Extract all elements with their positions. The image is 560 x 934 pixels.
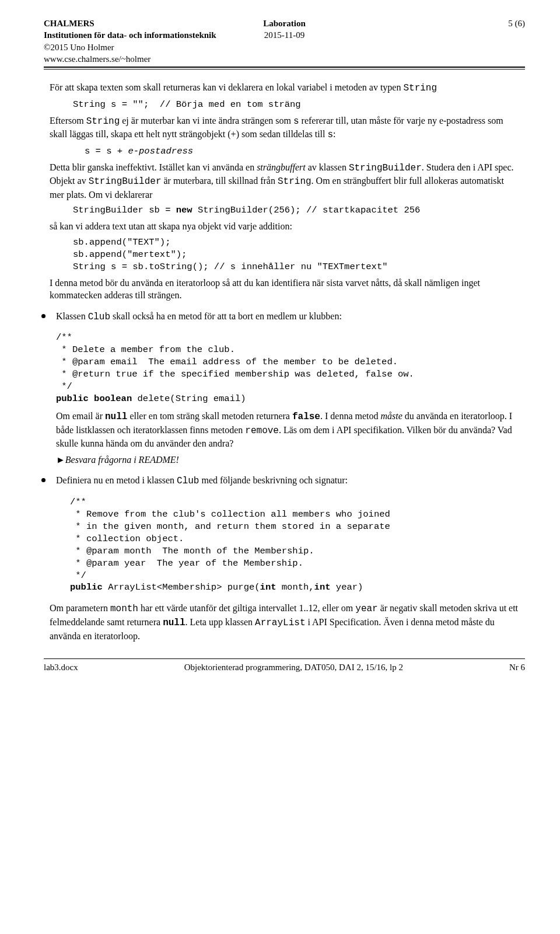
code-inline: StringBuilder — [89, 176, 162, 187]
text: skall också ha en metod för att ta bort … — [110, 311, 342, 321]
code-line: String s = sb.toString(); // s innehålle… — [73, 262, 388, 272]
paragraph: Definiera nu en metod i klassen Club med… — [56, 474, 519, 488]
code-inline: ArrayList — [255, 618, 305, 628]
italic-text: strängbuffert — [257, 162, 306, 172]
code-line: * in the given month, and return them st… — [70, 521, 390, 532]
code-inline: remove — [245, 426, 279, 436]
code-inline: String — [86, 116, 120, 127]
paragraph: För att skapa texten som skall returnera… — [50, 81, 519, 95]
text: har ett värde utanför det giltiga interv… — [138, 603, 355, 613]
text: För att skapa texten som skall returnera… — [50, 82, 403, 92]
header-page: 5 (6) — [508, 18, 525, 29]
text: Eftersom — [50, 116, 86, 126]
code-line: * @param month The month of the Membersh… — [70, 546, 314, 556]
code-line: * Delete a member from the club. — [56, 344, 235, 355]
paragraph: så kan vi addera text utan att skapa nya… — [50, 220, 519, 233]
header-title: Laboration — [44, 18, 525, 29]
code-text: year) — [336, 582, 363, 593]
code-inline: String — [278, 176, 312, 187]
italic-text: e-postadress — [128, 146, 193, 156]
text: . Leta upp klassen — [186, 617, 256, 627]
code-line: sb.append("mertext"); — [73, 249, 187, 260]
text: Detta blir ganska ineffektivt. Istället … — [50, 162, 257, 172]
code-line: * @param email The email address of the … — [56, 357, 398, 367]
code-inline: month — [110, 604, 138, 614]
page-header: CHALMERS Institutionen för data- och inf… — [44, 18, 525, 65]
footer-right: Nr 6 — [509, 661, 525, 673]
text: är muterbara, till skillnad från — [161, 176, 277, 186]
bullet-item: Definiera nu en metod i klassen Club med… — [50, 474, 519, 597]
bullet-item: Klassen Club skall också ha en metod för… — [50, 310, 519, 466]
footer-center: Objektorienterad programmering, DAT050, … — [184, 661, 403, 673]
code-inline: s — [293, 116, 299, 127]
code-block: /** * Delete a member from the club. * @… — [56, 332, 519, 405]
code-keyword: false — [292, 412, 320, 422]
paragraph: Klassen Club skall också ha en metod för… — [56, 310, 519, 324]
code-line: /** — [56, 332, 72, 343]
code-block: /** * Remove from the club's collection … — [70, 496, 519, 594]
code-keyword: int — [260, 582, 282, 593]
footer-rule — [44, 658, 525, 659]
paragraph: Om parametern month har ett värde utanfö… — [50, 602, 519, 642]
paragraph: Eftersom String ej är muterbar kan vi in… — [50, 114, 519, 142]
code-line: * @param year The year of the Membership… — [70, 558, 303, 569]
code-block: sb.append("TEXT"); sb.append("mertext");… — [73, 236, 519, 273]
code-line: /** — [70, 497, 86, 507]
document-body: För att skapa texten som skall returnera… — [44, 81, 525, 642]
code-line: */ — [70, 570, 86, 581]
code-text: month, — [282, 582, 314, 593]
code-line: */ — [56, 381, 72, 392]
code-text: delete(String email) — [138, 393, 246, 404]
code-inline: String — [403, 83, 437, 93]
italic-text: måste — [380, 411, 402, 421]
text: . I denna metod — [320, 411, 381, 421]
code-block: s = s + e-postadress — [85, 145, 519, 158]
text: Om email är — [56, 411, 105, 421]
header-rule-thin — [44, 69, 525, 69]
header-url: www.cse.chalmers.se/~holmer — [44, 53, 525, 65]
text: Klassen — [56, 311, 88, 321]
paragraph: Om email är null eller en tom sträng ska… — [56, 410, 519, 450]
header-rule-thick — [44, 67, 525, 68]
code-line: * @return true if the specified membersh… — [56, 369, 414, 379]
code-inline: Club — [88, 312, 110, 322]
code-keyword: null — [105, 412, 127, 422]
text: med följande beskrivning och signatur: — [199, 475, 348, 485]
code-keyword: public — [70, 582, 108, 593]
code-line: * collection object. — [70, 534, 184, 544]
text: eller en tom sträng skall metoden return… — [127, 411, 292, 421]
text: : — [333, 129, 335, 139]
code-text: ArrayList<Membership> purge( — [108, 582, 260, 593]
page-footer: lab3.docx Objektorienterad programmering… — [44, 658, 525, 673]
text: ej är muterbar kan vi inte ändra stränge… — [120, 116, 293, 126]
code-line: sb.append("TEXT"); — [73, 237, 170, 248]
text: av klassen — [306, 162, 349, 172]
bullet-icon — [41, 478, 46, 482]
code-block: StringBuilder sb = new StringBuilder(256… — [73, 204, 519, 217]
text: Definiera nu en metod i klassen — [56, 475, 177, 485]
paragraph: Detta blir ganska ineffektivt. Istället … — [50, 161, 519, 201]
header-date: 2015-11-09 — [44, 29, 525, 41]
code-keyword: null — [163, 618, 185, 628]
code-block: String s = ""; // Börja med en tom strän… — [73, 99, 519, 111]
code-inline: year — [355, 604, 377, 614]
code-inline: StringBuilder — [349, 163, 422, 173]
paragraph: I denna metod bör du använda en iterator… — [50, 277, 519, 302]
header-copyright: ©2015 Uno Holmer — [44, 41, 525, 53]
footer-left: lab3.docx — [44, 661, 78, 673]
callout-readme: ►Besvara frågorna i README! — [56, 454, 519, 466]
bullet-icon — [41, 314, 46, 318]
code-line: * Remove from the club's collection all … — [70, 509, 390, 520]
code-inline: Club — [177, 476, 199, 486]
code-keyword: int — [314, 582, 336, 593]
code-inline: s — [328, 130, 334, 140]
code-keyword: public boolean — [56, 393, 138, 404]
text: Om parametern — [50, 603, 110, 613]
